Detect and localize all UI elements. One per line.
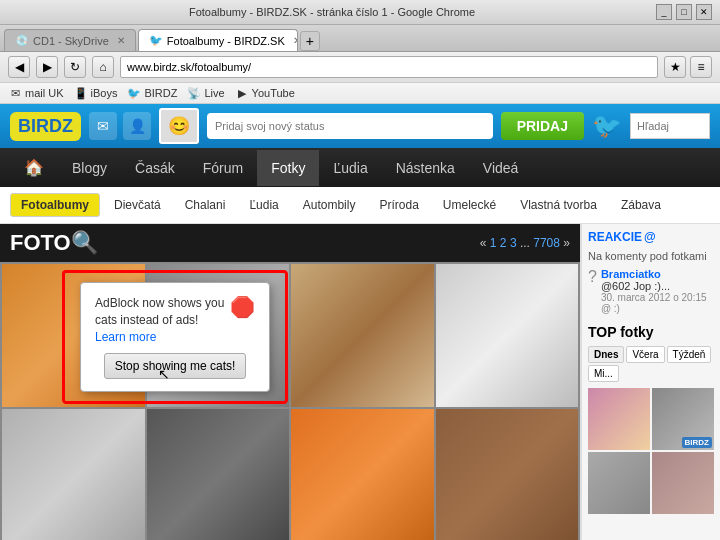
- tab-birdz[interactable]: 🐦 Fotoalbumy - BIRDZ.SK ✕: [138, 29, 298, 51]
- comment-user[interactable]: Bramciatko: [601, 268, 714, 280]
- photo-6[interactable]: [147, 409, 290, 541]
- tab-birdz-favicon: 🐦: [149, 34, 163, 47]
- bookmark-mail[interactable]: ✉ mail UK: [8, 86, 64, 100]
- mail-icon: ✉: [8, 86, 22, 100]
- top-photo-2[interactable]: BIRDZ: [652, 388, 714, 450]
- subnav-fotoalbumy[interactable]: Fotoalbumy: [10, 193, 100, 217]
- foto-pagination: « 1 2 3 ... 7708 »: [480, 236, 570, 250]
- minimize-btn[interactable]: _: [656, 4, 672, 20]
- top-photo-3[interactable]: [588, 452, 650, 514]
- youtube-icon: ▶: [235, 86, 249, 100]
- top-photo-2-img: BIRDZ: [652, 388, 714, 450]
- top-tab-tyzden[interactable]: Týždeň: [667, 346, 712, 363]
- tab-skydrive-close[interactable]: ✕: [117, 35, 125, 46]
- top-photos: BIRDZ: [588, 388, 714, 514]
- nav-nastenka[interactable]: Nástenka: [382, 150, 469, 186]
- nav-home[interactable]: 🏠: [10, 148, 58, 187]
- reakcie-subtext: Na komenty pod fotkami: [588, 250, 714, 262]
- top-tab-mi[interactable]: Mi...: [588, 365, 619, 382]
- top-fotky: TOP fotky Dnes Včera Týždeň Mi... BIRDZ: [588, 324, 714, 514]
- comment-detail: @602 Jop :)...: [601, 280, 714, 292]
- pagination-ellipsis: ...: [520, 236, 533, 250]
- nav-blogy[interactable]: Blogy: [58, 150, 121, 186]
- reload-button[interactable]: ↻: [64, 56, 86, 78]
- browser-titlebar: Fotoalbumy - BIRDZ.SK - stránka číslo 1 …: [0, 0, 720, 25]
- page-2-link[interactable]: 2: [500, 236, 507, 250]
- stop-cats-button[interactable]: Stop showing me cats!: [104, 353, 247, 379]
- user-avatar: 😊: [159, 108, 199, 144]
- site-header: BIRDZ ✉ 👤 😊 PRIDAJ 🐦: [0, 104, 720, 148]
- photo-8[interactable]: [436, 409, 579, 541]
- back-button[interactable]: ◀: [8, 56, 30, 78]
- top-tab-dnes[interactable]: Dnes: [588, 346, 624, 363]
- nav-fotky[interactable]: Fotky: [257, 150, 319, 186]
- birdz-bm-icon: 🐦: [127, 86, 141, 100]
- bookmark-birdz[interactable]: 🐦 BIRDZ: [127, 86, 177, 100]
- pridaj-button[interactable]: PRIDAJ: [501, 112, 584, 140]
- navigation-bar: ◀ ▶ ↻ ⌂ ★ ≡: [0, 52, 720, 83]
- content-area: FOTO🔍 « 1 2 3 ... 7708 »: [0, 224, 720, 540]
- tab-skydrive[interactable]: 💿 CD1 - SkyDrive ✕: [4, 29, 136, 51]
- subnav-chalani[interactable]: Chalani: [175, 194, 236, 216]
- top-photo-4[interactable]: [652, 452, 714, 514]
- nav-forum[interactable]: Fórum: [189, 150, 257, 186]
- tab-birdz-close[interactable]: ✕: [293, 35, 298, 46]
- people-header-icon[interactable]: 👤: [123, 112, 151, 140]
- nav-videa[interactable]: Videá: [469, 150, 533, 186]
- nav-casak[interactable]: Časák: [121, 150, 189, 186]
- bookmark-iboys-label: iBoys: [91, 87, 118, 99]
- bookmark-youtube[interactable]: ▶ YouTube: [235, 86, 295, 100]
- tab-bar: 💿 CD1 - SkyDrive ✕ 🐦 Fotoalbumy - BIRDZ.…: [0, 25, 720, 52]
- top-tabs: Dnes Včera Týždeň Mi...: [588, 346, 714, 382]
- subnav-automobily[interactable]: Autombily: [293, 194, 366, 216]
- foto-title: FOTO🔍: [10, 230, 98, 256]
- photo-5[interactable]: [2, 409, 145, 541]
- comment-item: ? Bramciatko @602 Jop :)... 30. marca 20…: [588, 268, 714, 314]
- maximize-btn[interactable]: □: [676, 4, 692, 20]
- photo-7[interactable]: [291, 409, 434, 541]
- birdz-logo[interactable]: BIRDZ: [10, 112, 81, 141]
- birdz-watermark: BIRDZ: [682, 437, 712, 448]
- page-1-link[interactable]: 1: [490, 236, 497, 250]
- photo-4[interactable]: [436, 264, 579, 407]
- adblock-stop-icon: 🛑: [230, 295, 255, 319]
- pagination-text: «: [480, 236, 490, 250]
- subnav-umelecke[interactable]: Umelecké: [433, 194, 506, 216]
- star-btn[interactable]: ★: [664, 56, 686, 78]
- cursor-icon: ↖: [158, 366, 170, 382]
- tab-skydrive-favicon: 💿: [15, 34, 29, 47]
- page-3-link[interactable]: 3: [510, 236, 517, 250]
- foto-title-accent: 🔍: [71, 230, 98, 255]
- settings-btn[interactable]: ≡: [690, 56, 712, 78]
- subnav-zabava[interactable]: Zábava: [611, 194, 671, 216]
- top-fotky-title: TOP fotky: [588, 324, 714, 340]
- bookmark-live-label: Live: [204, 87, 224, 99]
- address-bar[interactable]: [120, 56, 658, 78]
- bookmark-live[interactable]: 📡 Live: [187, 86, 224, 100]
- status-input[interactable]: [207, 113, 493, 139]
- bird-decoration-icon: 🐦: [592, 112, 622, 140]
- subnav-dievcata[interactable]: Dievčatá: [104, 194, 171, 216]
- home-button[interactable]: ⌂: [92, 56, 114, 78]
- top-tab-vcera[interactable]: Včera: [626, 346, 664, 363]
- close-btn[interactable]: ✕: [696, 4, 712, 20]
- bookmark-iboys[interactable]: 📱 iBoys: [74, 86, 118, 100]
- iboys-icon: 📱: [74, 86, 88, 100]
- page-last-link[interactable]: 7708: [533, 236, 560, 250]
- subnav-priroda[interactable]: Príroda: [369, 194, 428, 216]
- learn-more-link[interactable]: Learn more: [95, 330, 156, 344]
- subnav-vlastna-tvorba[interactable]: Vlastná tvorba: [510, 194, 607, 216]
- mail-header-icon[interactable]: ✉: [89, 112, 117, 140]
- subnav-ludia[interactable]: Ľudia: [239, 194, 288, 216]
- forward-button[interactable]: ▶: [36, 56, 58, 78]
- photo-3[interactable]: [291, 264, 434, 407]
- tab-skydrive-label: CD1 - SkyDrive: [33, 35, 109, 47]
- nav-ludia[interactable]: Ľudia: [319, 150, 381, 186]
- search-input[interactable]: [630, 113, 710, 139]
- new-tab-button[interactable]: +: [300, 31, 320, 51]
- foto-title-text: FOTO: [10, 230, 71, 255]
- adblock-overlay: 🛑 AdBlock now shows you cats instead of …: [80, 282, 270, 392]
- main-nav: 🏠 Blogy Časák Fórum Fotky Ľudia Nástenka…: [0, 148, 720, 187]
- top-photo-1[interactable]: [588, 388, 650, 450]
- bookmarks-bar: ✉ mail UK 📱 iBoys 🐦 BIRDZ 📡 Live ▶ YouTu…: [0, 83, 720, 104]
